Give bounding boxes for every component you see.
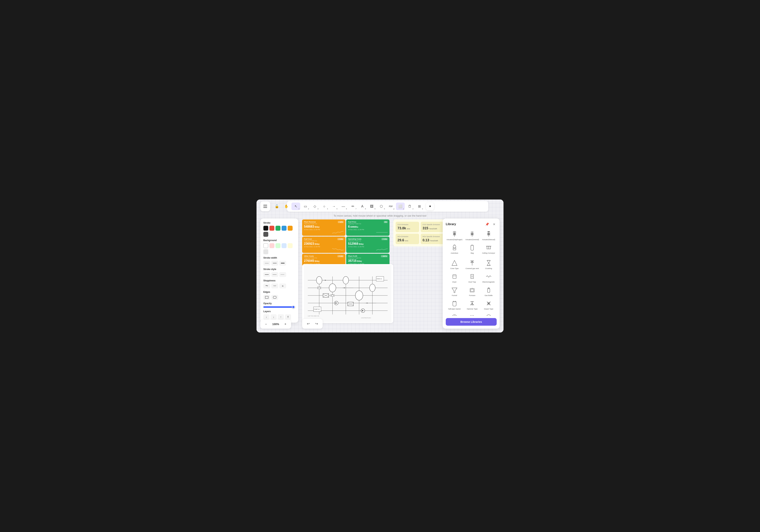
- covered-gas-vent-icon: [468, 259, 476, 267]
- lib-item-knockout-drum[interactable]: Knockout drum: [481, 313, 496, 316]
- stroke-dashed[interactable]: [271, 272, 278, 277]
- svg-text:LAST TAG USED: 401: LAST TAG USED: 401: [308, 315, 319, 316]
- lib-item-autoclave[interactable]: Autoclave: [446, 243, 463, 257]
- sloppiness-wavy[interactable]: ≈: [279, 283, 286, 288]
- edges-sharp[interactable]: [263, 295, 270, 300]
- frame3-tool[interactable]: ⊞ 3: [415, 203, 424, 210]
- svg-point-14: [329, 284, 336, 292]
- lib-item-funnel[interactable]: Funnel: [446, 285, 463, 297]
- stroke-style-title: Stroke style: [263, 268, 295, 270]
- undo-button[interactable]: ↩: [305, 321, 311, 327]
- svg-rect-63: [453, 248, 456, 250]
- text-tool[interactable]: A 8: [358, 203, 367, 210]
- browse-libraries-button[interactable]: Browse Libraries: [446, 318, 497, 326]
- frame1-tool[interactable]: ⬜ 1: [396, 203, 405, 210]
- lib-item-bag[interactable]: Bag: [465, 243, 480, 257]
- pin-button[interactable]: 📌: [485, 221, 490, 227]
- stroke-color-orange[interactable]: [288, 226, 293, 231]
- dashboard-grid: Plant Revenue Odyssey Power Co ↑ 12% 548…: [302, 219, 390, 270]
- stroke-color-black[interactable]: [263, 226, 268, 231]
- bg-color-yellow[interactable]: [288, 243, 293, 248]
- jet-type-icon: [451, 313, 458, 316]
- lib-item-hammer-type[interactable]: Hammer Type: [465, 299, 480, 311]
- bg-color-pink[interactable]: [269, 243, 274, 248]
- image-tool[interactable]: 🖼 9: [367, 203, 376, 210]
- stroke-thick[interactable]: [279, 261, 286, 266]
- lib-item-electromagnetic[interactable]: Electromagnetic: [481, 272, 496, 284]
- stroke-medium[interactable]: [271, 261, 278, 266]
- autoclave-icon: [451, 244, 458, 251]
- layer-up[interactable]: ↑: [278, 314, 284, 319]
- ceiling-conveyor-label: Ceiling Conveyor: [482, 252, 495, 254]
- hammer-type-label: Hammer Type: [467, 308, 477, 310]
- actuator-general-label: Actuator(General): [465, 239, 479, 241]
- edges-round[interactable]: [271, 295, 278, 300]
- pdf-tool[interactable]: PDF p: [387, 203, 395, 210]
- lib-item-covered-gas-vent[interactable]: Covered gas vent: [465, 259, 480, 270]
- layer-down[interactable]: ↓: [270, 314, 277, 319]
- lib-item-crushing[interactable]: Crushing: [481, 259, 496, 270]
- lib-item-actuator-general[interactable]: Actuator(General): [465, 229, 480, 241]
- svg-point-17: [369, 284, 375, 292]
- frame3-icon: ⊞: [418, 204, 421, 209]
- diamond-tool[interactable]: ◇ 3: [310, 203, 319, 210]
- bg-color-white[interactable]: [263, 243, 268, 248]
- arrow-tool[interactable]: → 5: [329, 203, 338, 210]
- hamburger-icon: [263, 205, 267, 208]
- nox-specific-card: NOx Specific Emission 0.13 Tons/GWh: [421, 234, 444, 244]
- lib-item-actuator-diaphragm[interactable]: Actuator(Diaphragm): [446, 229, 463, 241]
- sloppiness-straight[interactable]: 〜: [263, 283, 270, 288]
- stroke-color-dark[interactable]: [263, 232, 268, 237]
- stroke-thin[interactable]: [263, 261, 270, 266]
- redo-button[interactable]: ↪: [313, 321, 319, 327]
- lock-tool[interactable]: 🔓: [272, 203, 281, 210]
- lib-item-cone-type[interactable]: Cone Type: [446, 259, 463, 270]
- electromagnetic-label: Electromagnetic: [482, 281, 495, 283]
- bg-color-transparent[interactable]: [263, 249, 268, 254]
- pencil-icon: ✏: [352, 204, 355, 209]
- lib-item-impact-type[interactable]: Impact Type: [481, 299, 496, 311]
- lib-item-actuator-manual[interactable]: Actuator(Manual): [481, 229, 496, 241]
- lib-item-dust-trap[interactable]: Dust Trap: [465, 272, 480, 284]
- actuator-manual-icon: [485, 230, 493, 238]
- eraser-tool[interactable]: ⬡ 0: [377, 203, 386, 210]
- stroke-color-green[interactable]: [275, 226, 280, 231]
- frame2-tool[interactable]: 🗒 2: [405, 203, 414, 210]
- lib-item-gas-bottle[interactable]: Gas Bottle: [481, 285, 496, 297]
- lib-item-ceiling-conveyor[interactable]: Ceiling Conveyor: [481, 243, 496, 257]
- layer-top[interactable]: ⇑: [285, 314, 291, 319]
- crushing-label: Crushing: [485, 267, 492, 269]
- stroke-color-blue[interactable]: [282, 226, 287, 231]
- fuel-cost-card: Fuel Cost Odyssey Power Co ↓ 7.5% 236923…: [302, 237, 346, 253]
- zoom-in-button[interactable]: +: [283, 321, 288, 327]
- opacity-slider[interactable]: [263, 306, 295, 308]
- lib-item-dryer[interactable]: Dryer: [446, 272, 463, 284]
- stroke-color-row: [263, 226, 295, 237]
- lib-item-half-pipe-reactor[interactable]: Half-pipe reactor: [446, 299, 463, 311]
- circle-tool[interactable]: ○ 4: [320, 203, 329, 210]
- stroke-color-red[interactable]: [269, 226, 274, 231]
- cursor-tool[interactable]: ↖ 1: [292, 203, 300, 210]
- stroke-style-row: [263, 272, 295, 277]
- knockout-drum-icon: [485, 313, 493, 316]
- rectangle-tool[interactable]: ▭ 2: [301, 203, 310, 210]
- bg-color-blue[interactable]: [282, 243, 287, 248]
- layer-bottom[interactable]: ↓: [263, 314, 269, 319]
- menu-button[interactable]: [260, 201, 270, 211]
- cone-type-label: Cone Type: [450, 267, 458, 269]
- crushing-icon: [485, 259, 493, 267]
- bg-color-mint[interactable]: [275, 243, 280, 248]
- close-button[interactable]: ✕: [491, 221, 497, 227]
- opacity-title: Opacity: [263, 302, 295, 305]
- sloppiness-medium[interactable]: 〰: [271, 283, 278, 288]
- stroke-solid[interactable]: [263, 272, 270, 277]
- stroke-dotted[interactable]: [279, 272, 286, 277]
- hand-tool[interactable]: ✋: [282, 203, 291, 210]
- ai-button[interactable]: ✦: [426, 202, 434, 210]
- lib-item-jet-type[interactable]: Jet Type: [446, 313, 463, 316]
- line-tool[interactable]: — 6: [339, 203, 348, 210]
- pencil-tool[interactable]: ✏ 7: [349, 203, 357, 210]
- zoom-out-button[interactable]: −: [263, 321, 269, 327]
- lib-item-kneader[interactable]: Kneader: [465, 313, 480, 316]
- lib-item-furnace[interactable]: Furnace: [465, 285, 480, 297]
